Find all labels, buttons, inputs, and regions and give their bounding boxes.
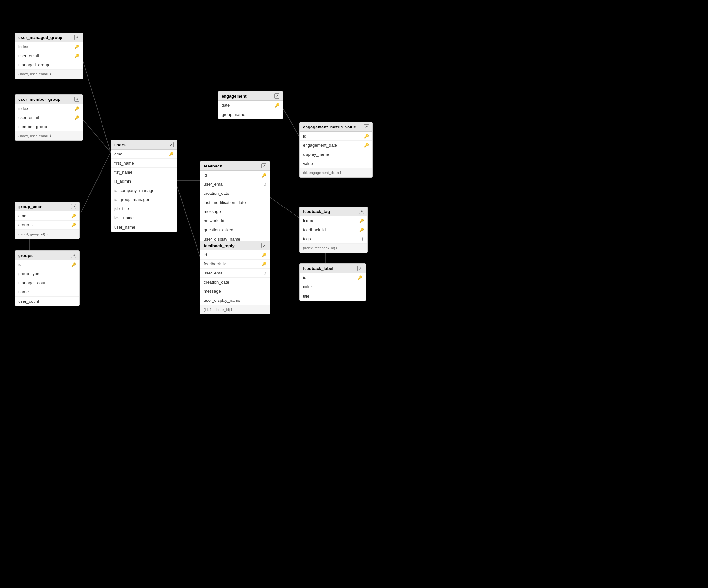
svg-line-7 bbox=[267, 195, 299, 218]
external-link-icon[interactable]: ↗ bbox=[71, 204, 76, 209]
table-engagement-metric-value[interactable]: engagement_metric_value ↗ id 🔑 engagemen… bbox=[299, 122, 373, 178]
table-header: groups ↗ bbox=[15, 251, 79, 260]
table-header: user_member_group ↗ bbox=[15, 95, 83, 104]
external-link-icon[interactable]: ↗ bbox=[71, 253, 76, 258]
table-row: tags ⚷ bbox=[300, 235, 367, 244]
external-link-icon[interactable]: ↗ bbox=[359, 209, 364, 214]
table-row: is_group_manager bbox=[111, 195, 177, 204]
table-row: email 🔑 bbox=[111, 150, 177, 159]
pk-icon: 🔑 bbox=[358, 275, 362, 280]
table-row: value bbox=[300, 159, 372, 168]
external-link-icon[interactable]: ↗ bbox=[169, 142, 174, 147]
table-row: index 🔑 bbox=[15, 42, 83, 51]
table-feedback-label[interactable]: feedback_label ↗ id 🔑 color title bbox=[299, 264, 366, 301]
table-row: user_email ⚷ bbox=[200, 180, 270, 189]
table-row: creation_date bbox=[200, 189, 270, 198]
pk-icon: 🔑 bbox=[75, 54, 79, 58]
svg-line-1 bbox=[81, 117, 111, 152]
svg-line-0 bbox=[81, 54, 111, 152]
pk-icon: 🔑 bbox=[71, 262, 76, 267]
table-row: managed_group bbox=[15, 61, 83, 70]
external-link-icon[interactable]: ↗ bbox=[274, 93, 279, 98]
table-row: user_email ⚷ bbox=[200, 269, 270, 278]
table-groups[interactable]: groups ↗ id 🔑 group_type manager_count n… bbox=[14, 250, 80, 306]
table-row: user_count bbox=[15, 297, 79, 306]
table-row: engagement_date 🔑 bbox=[300, 141, 372, 150]
table-row: manager_count bbox=[15, 278, 79, 287]
table-group-user[interactable]: group_user ↗ email 🔑 group_id 🔑 (email, … bbox=[14, 202, 80, 239]
pk-icon: 🔑 bbox=[364, 134, 369, 138]
table-row: feedback_id 🔑 bbox=[300, 225, 367, 235]
pk-icon: 🔑 bbox=[275, 103, 279, 107]
table-row: message bbox=[200, 287, 270, 296]
table-feedback[interactable]: feedback ↗ id 🔑 user_email ⚷ creation_da… bbox=[200, 161, 270, 244]
table-header: group_user ↗ bbox=[15, 202, 79, 211]
table-user-managed-group[interactable]: user_managed_group ↗ index 🔑 user_email … bbox=[14, 33, 83, 79]
table-feedback-tag[interactable]: feedback_tag ↗ index 🔑 feedback_id 🔑 tag… bbox=[299, 207, 368, 253]
table-row: last_name bbox=[111, 213, 177, 222]
table-header: user_managed_group ↗ bbox=[15, 33, 83, 42]
table-row: group_name bbox=[218, 110, 283, 119]
table-footer: (id, feedback_id) ℹ bbox=[200, 305, 270, 314]
table-header: engagement ↗ bbox=[218, 91, 283, 101]
table-feedback-reply[interactable]: feedback_reply ↗ id 🔑 feedback_id 🔑 user… bbox=[200, 241, 270, 314]
pk-icon: 🔑 bbox=[262, 173, 266, 178]
table-row: user_name bbox=[111, 222, 177, 231]
table-row: feedback_id 🔑 bbox=[200, 259, 270, 269]
table-users[interactable]: users ↗ email 🔑 first_name fist_name is_… bbox=[111, 140, 177, 232]
pk-icon: 🔑 bbox=[71, 223, 76, 227]
table-row: member_group bbox=[15, 122, 83, 131]
table-row: network_id bbox=[200, 216, 270, 225]
table-header: feedback_reply ↗ bbox=[200, 241, 270, 250]
table-row: question_asked bbox=[200, 225, 270, 235]
table-header: feedback_label ↗ bbox=[300, 264, 366, 273]
external-link-icon[interactable]: ↗ bbox=[364, 124, 369, 129]
table-row: user_display_name bbox=[200, 296, 270, 305]
table-row: date 🔑 bbox=[218, 101, 283, 110]
external-link-icon[interactable]: ↗ bbox=[74, 97, 79, 102]
table-row: first_name bbox=[111, 159, 177, 168]
table-row: id 🔑 bbox=[200, 250, 270, 259]
table-row: last_modification_date bbox=[200, 198, 270, 207]
table-row: title bbox=[300, 291, 366, 301]
pk-icon: 🔑 bbox=[364, 143, 369, 148]
table-row: creation_date bbox=[200, 278, 270, 287]
table-engagement[interactable]: engagement ↗ date 🔑 group_name bbox=[218, 91, 283, 119]
external-link-icon[interactable]: ↗ bbox=[261, 163, 266, 168]
pk-icon: 🔑 bbox=[75, 116, 79, 120]
canvas: user_managed_group ↗ index 🔑 user_email … bbox=[0, 0, 708, 588]
external-link-icon[interactable]: ↗ bbox=[261, 243, 266, 248]
table-row: is_admin bbox=[111, 177, 177, 186]
table-header: feedback_tag ↗ bbox=[300, 207, 367, 216]
pk-icon: 🔑 bbox=[262, 262, 266, 266]
pk-icon: 🔑 bbox=[262, 253, 266, 257]
table-row: id 🔑 bbox=[300, 273, 366, 282]
table-row: group_id 🔑 bbox=[15, 220, 79, 229]
table-user-member-group[interactable]: user_member_group ↗ index 🔑 user_email 🔑… bbox=[14, 94, 83, 141]
external-link-icon[interactable]: ↗ bbox=[357, 266, 362, 271]
table-row: is_company_manager bbox=[111, 186, 177, 195]
table-row: id 🔑 bbox=[200, 171, 270, 180]
table-row: email 🔑 bbox=[15, 211, 79, 220]
table-row: message bbox=[200, 207, 270, 216]
pk-icon: 🔑 bbox=[75, 44, 79, 49]
svg-line-9 bbox=[176, 182, 200, 257]
table-footer: (index, feedback_id) ℹ bbox=[300, 244, 367, 253]
table-footer: (index, user_email) ℹ bbox=[15, 70, 83, 79]
pk-icon: 🔑 bbox=[359, 219, 364, 223]
pk-icon: 🔑 bbox=[359, 228, 364, 232]
external-link-icon[interactable]: ↗ bbox=[74, 35, 79, 40]
table-footer: (id, engagement_date) ℹ bbox=[300, 168, 372, 177]
fk-icon: ⚷ bbox=[264, 271, 266, 275]
table-row: id 🔑 bbox=[15, 260, 79, 269]
table-row: user_email 🔑 bbox=[15, 113, 83, 122]
table-header: feedback ↗ bbox=[200, 161, 270, 171]
table-row: color bbox=[300, 282, 366, 291]
table-row: name bbox=[15, 287, 79, 297]
table-footer: (index, user_email) ℹ bbox=[15, 131, 83, 141]
table-row: display_name bbox=[300, 150, 372, 159]
pk-icon: 🔑 bbox=[71, 214, 76, 218]
table-row: id 🔑 bbox=[300, 132, 372, 141]
table-row: job_title bbox=[111, 204, 177, 213]
table-row: group_type bbox=[15, 269, 79, 278]
